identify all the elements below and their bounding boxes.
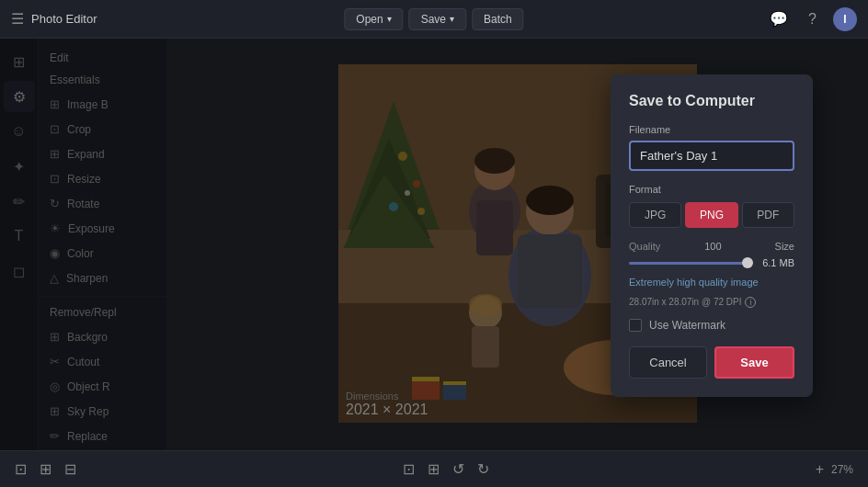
modal-actions: Cancel Save (629, 346, 794, 379)
menu-icon[interactable]: ☰ (11, 10, 24, 28)
format-pdf-button[interactable]: PDF (742, 202, 794, 228)
format-jpg-button[interactable]: JPG (629, 202, 681, 228)
top-bar: ☰ Photo Editor Open ▾ Save ▾ Batch 💬 ? I (0, 0, 868, 39)
bottom-tools-left: ⊡ ⊞ ⊟ (15, 460, 76, 478)
size-label: Size (775, 241, 794, 252)
quality-slider[interactable] (629, 262, 753, 265)
info-icon[interactable]: i (745, 297, 756, 308)
top-center-actions: Open ▾ Save ▾ Batch (344, 8, 523, 30)
open-chevron-icon: ▾ (387, 14, 392, 24)
bottom-tools-center: ⊡ ⊞ ↺ ↻ (403, 460, 489, 478)
crop-tool-icon[interactable]: ⊡ (15, 460, 27, 478)
undo-icon[interactable]: ↺ (452, 460, 464, 478)
save-button[interactable]: Save ▾ (409, 8, 466, 30)
cancel-button[interactable]: Cancel (629, 346, 707, 379)
avatar[interactable]: I (833, 7, 857, 31)
fit-icon[interactable]: ⊡ (403, 460, 415, 478)
format-label: Format (629, 184, 794, 195)
format-buttons: JPG PNG PDF (629, 202, 794, 228)
chat-icon[interactable]: 💬 (766, 6, 792, 31)
quality-size-row: Quality 100 Size (629, 241, 794, 252)
app-title-area: ☰ Photo Editor (11, 10, 97, 28)
filename-input[interactable] (629, 141, 794, 171)
top-right-actions: 💬 ? I (766, 6, 857, 31)
expand-fit-icon[interactable]: ⊞ (428, 460, 440, 478)
save-chevron-icon: ▾ (450, 14, 454, 24)
watermark-checkbox[interactable] (629, 319, 642, 332)
watermark-label: Use Watermark (649, 319, 725, 332)
quality-slider-wrap (629, 254, 753, 267)
watermark-row: Use Watermark (629, 319, 794, 332)
modal-overlay: Save to Computer Filename Format JPG PNG… (0, 39, 868, 450)
modal-save-button[interactable]: Save (714, 346, 794, 379)
zoom-in-icon[interactable]: + (816, 461, 824, 478)
open-button[interactable]: Open ▾ (344, 8, 403, 30)
size-value: 6.1 MB (762, 257, 794, 268)
zoom-area: + 27% (816, 461, 853, 478)
bottom-toolbar: ⊡ ⊞ ⊟ ⊡ ⊞ ↺ ↻ + 27% (0, 450, 868, 487)
redo-icon[interactable]: ↻ (477, 460, 489, 478)
filename-label: Filename (629, 124, 794, 135)
help-icon[interactable]: ? (805, 7, 820, 31)
app-title: Photo Editor (31, 12, 97, 26)
quality-value: 100 (704, 241, 721, 252)
modal-title: Save to Computer (629, 93, 794, 109)
grid-tool-icon[interactable]: ⊟ (64, 460, 76, 478)
save-modal: Save to Computer Filename Format JPG PNG… (611, 74, 813, 397)
quality-label: Quality (629, 241, 660, 252)
batch-button[interactable]: Batch (472, 8, 524, 30)
format-png-button[interactable]: PNG (685, 202, 737, 228)
transform-tool-icon[interactable]: ⊞ (40, 460, 51, 478)
dimensions-note: 28.07in x 28.07in @ 72 DPI i (629, 297, 794, 308)
zoom-percent: 27% (831, 463, 853, 476)
quality-note[interactable]: Extremely high quality image (629, 277, 794, 288)
